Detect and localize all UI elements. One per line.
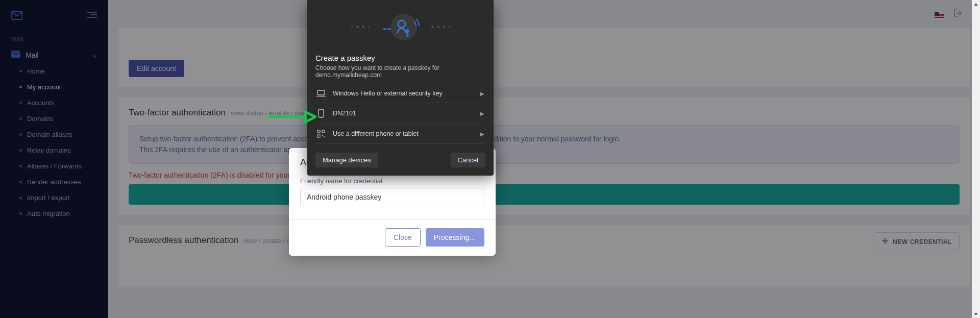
- phone-icon: [316, 109, 326, 118]
- manage-devices-button[interactable]: Manage devices: [315, 153, 378, 167]
- svg-rect-17: [322, 130, 325, 133]
- passkey-footer: Manage devices Cancel: [307, 145, 494, 176]
- close-button[interactable]: Close: [385, 228, 421, 247]
- modal-divider: [289, 219, 496, 220]
- annotation-arrow: [265, 109, 316, 126]
- svg-rect-20: [324, 136, 325, 137]
- laptop-icon: [316, 90, 326, 97]
- passkey-illustration: [307, 0, 494, 54]
- friendly-name-input[interactable]: [300, 188, 484, 206]
- chevron-right-icon: ▶: [480, 131, 484, 137]
- passkey-option-label: DN2101: [333, 110, 356, 117]
- svg-rect-19: [322, 135, 323, 136]
- add-credential-footer: Close Processing…: [300, 228, 484, 247]
- cancel-button[interactable]: Cancel: [451, 153, 485, 167]
- passkey-dialog: Create a passkey Choose how you want to …: [307, 0, 494, 176]
- qr-icon: [316, 130, 326, 138]
- page-scrollbar[interactable]: [972, 0, 980, 318]
- svg-rect-16: [317, 130, 320, 133]
- svg-rect-12: [317, 90, 325, 95]
- passkey-option-label: Use a different phone or tablet: [333, 130, 419, 137]
- passkey-option-windows-hello[interactable]: Windows Hello or external security key ▶: [315, 84, 485, 103]
- passkey-title: Create a passkey: [315, 54, 485, 62]
- svg-rect-18: [317, 135, 320, 137]
- chevron-right-icon: ▶: [480, 111, 484, 116]
- chevron-right-icon: ▶: [480, 91, 484, 96]
- passkey-subtitle: Choose how you want to create a passkey …: [315, 64, 485, 79]
- passkey-body: Create a passkey Choose how you want to …: [307, 54, 494, 144]
- passkey-option-different-device[interactable]: Use a different phone or tablet ▶: [315, 124, 485, 144]
- scroll-up-button[interactable]: [972, 0, 980, 8]
- scroll-down-button[interactable]: [972, 310, 980, 318]
- svg-point-11: [405, 29, 409, 33]
- passkey-option-device-dn2101[interactable]: DN2101 ▶: [315, 103, 485, 124]
- friendly-name-label: Friendly name for credential: [300, 177, 484, 185]
- svg-point-15: [321, 116, 322, 117]
- passkey-option-label: Windows Hello or external security key: [333, 90, 443, 97]
- processing-button[interactable]: Processing…: [426, 228, 484, 247]
